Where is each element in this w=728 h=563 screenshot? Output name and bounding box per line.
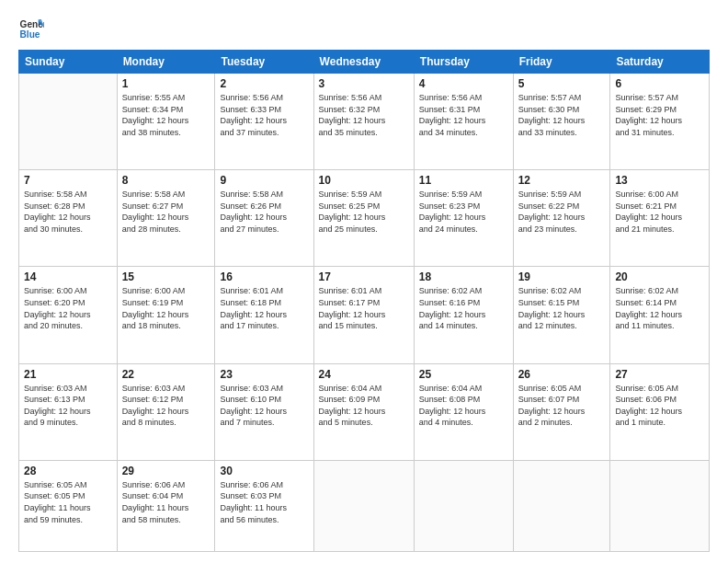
day-cell: 13Sunrise: 6:00 AM Sunset: 6:21 PM Dayli…: [610, 170, 710, 267]
day-info: Sunrise: 6:03 AM Sunset: 6:10 PM Dayligh…: [220, 383, 308, 429]
day-info: Sunrise: 5:56 AM Sunset: 6:32 PM Dayligh…: [319, 92, 409, 138]
day-info: Sunrise: 5:59 AM Sunset: 6:25 PM Dayligh…: [319, 189, 409, 235]
day-info: Sunrise: 6:05 AM Sunset: 6:05 PM Dayligh…: [24, 479, 112, 525]
day-number: 27: [615, 368, 704, 381]
day-info: Sunrise: 5:58 AM Sunset: 6:26 PM Dayligh…: [220, 189, 308, 235]
day-number: 5: [518, 77, 606, 90]
day-cell: 22Sunrise: 6:03 AM Sunset: 6:12 PM Dayli…: [117, 363, 215, 460]
day-info: Sunrise: 5:59 AM Sunset: 6:22 PM Dayligh…: [518, 189, 606, 235]
day-info: Sunrise: 6:04 AM Sunset: 6:08 PM Dayligh…: [419, 383, 508, 429]
day-cell: [513, 460, 610, 551]
day-cell: 3Sunrise: 5:56 AM Sunset: 6:32 PM Daylig…: [313, 74, 414, 170]
day-info: Sunrise: 6:05 AM Sunset: 6:06 PM Dayligh…: [615, 383, 704, 429]
day-number: 19: [518, 270, 606, 283]
day-cell: 30Sunrise: 6:06 AM Sunset: 6:03 PM Dayli…: [215, 460, 313, 551]
day-cell: 6Sunrise: 5:57 AM Sunset: 6:29 PM Daylig…: [610, 74, 710, 170]
day-cell: 21Sunrise: 6:03 AM Sunset: 6:13 PM Dayli…: [19, 363, 118, 460]
day-cell: 5Sunrise: 5:57 AM Sunset: 6:30 PM Daylig…: [513, 74, 610, 170]
day-number: 6: [615, 77, 704, 90]
logo: General Blue: [18, 17, 50, 42]
day-info: Sunrise: 6:02 AM Sunset: 6:16 PM Dayligh…: [419, 285, 508, 331]
day-number: 1: [122, 77, 210, 90]
week-row-3: 21Sunrise: 6:03 AM Sunset: 6:13 PM Dayli…: [19, 363, 710, 460]
day-info: Sunrise: 5:58 AM Sunset: 6:28 PM Dayligh…: [24, 189, 112, 235]
day-cell: 12Sunrise: 5:59 AM Sunset: 6:22 PM Dayli…: [513, 170, 610, 267]
day-info: Sunrise: 6:06 AM Sunset: 6:04 PM Dayligh…: [122, 479, 210, 525]
page: General Blue SundayMondayTuesdayWednesda…: [0, 0, 728, 563]
day-cell: 25Sunrise: 6:04 AM Sunset: 6:08 PM Dayli…: [414, 363, 513, 460]
logo-icon: General Blue: [18, 17, 44, 42]
day-number: 18: [419, 270, 508, 283]
day-number: 16: [220, 270, 308, 283]
day-cell: [313, 460, 414, 551]
header-cell-thursday: Thursday: [414, 51, 513, 74]
day-cell: 15Sunrise: 6:00 AM Sunset: 6:19 PM Dayli…: [117, 267, 215, 363]
day-number: 28: [24, 465, 112, 477]
day-number: 24: [319, 368, 409, 381]
day-cell: 28Sunrise: 6:05 AM Sunset: 6:05 PM Dayli…: [19, 460, 118, 551]
day-number: 14: [24, 270, 112, 283]
day-info: Sunrise: 5:58 AM Sunset: 6:27 PM Dayligh…: [122, 189, 210, 235]
day-cell: 20Sunrise: 6:02 AM Sunset: 6:14 PM Dayli…: [610, 267, 710, 363]
day-cell: 24Sunrise: 6:04 AM Sunset: 6:09 PM Dayli…: [313, 363, 414, 460]
svg-text:Blue: Blue: [20, 29, 40, 40]
header-cell-wednesday: Wednesday: [313, 51, 414, 74]
day-info: Sunrise: 5:56 AM Sunset: 6:33 PM Dayligh…: [220, 92, 308, 138]
day-info: Sunrise: 5:55 AM Sunset: 6:34 PM Dayligh…: [122, 92, 210, 138]
day-cell: 1Sunrise: 5:55 AM Sunset: 6:34 PM Daylig…: [117, 74, 215, 170]
day-cell: 11Sunrise: 5:59 AM Sunset: 6:23 PM Dayli…: [414, 170, 513, 267]
day-info: Sunrise: 6:03 AM Sunset: 6:12 PM Dayligh…: [122, 383, 210, 429]
day-number: 30: [220, 465, 308, 477]
calendar-header: SundayMondayTuesdayWednesdayThursdayFrid…: [19, 51, 710, 74]
day-info: Sunrise: 6:00 AM Sunset: 6:20 PM Dayligh…: [24, 285, 112, 331]
day-info: Sunrise: 6:00 AM Sunset: 6:19 PM Dayligh…: [122, 285, 210, 331]
header-row: SundayMondayTuesdayWednesdayThursdayFrid…: [19, 51, 710, 74]
day-cell: 18Sunrise: 6:02 AM Sunset: 6:16 PM Dayli…: [414, 267, 513, 363]
day-number: 11: [419, 174, 508, 187]
day-info: Sunrise: 6:01 AM Sunset: 6:18 PM Dayligh…: [220, 285, 308, 331]
day-info: Sunrise: 5:57 AM Sunset: 6:30 PM Dayligh…: [518, 92, 606, 138]
day-number: 9: [220, 174, 308, 187]
day-cell: 4Sunrise: 5:56 AM Sunset: 6:31 PM Daylig…: [414, 74, 513, 170]
day-number: 12: [518, 174, 606, 187]
week-row-0: 1Sunrise: 5:55 AM Sunset: 6:34 PM Daylig…: [19, 74, 710, 170]
week-row-2: 14Sunrise: 6:00 AM Sunset: 6:20 PM Dayli…: [19, 267, 710, 363]
day-number: 20: [615, 270, 704, 283]
day-cell: 17Sunrise: 6:01 AM Sunset: 6:17 PM Dayli…: [313, 267, 414, 363]
day-cell: 2Sunrise: 5:56 AM Sunset: 6:33 PM Daylig…: [215, 74, 313, 170]
day-cell: 9Sunrise: 5:58 AM Sunset: 6:26 PM Daylig…: [215, 170, 313, 267]
day-info: Sunrise: 6:05 AM Sunset: 6:07 PM Dayligh…: [518, 383, 606, 429]
day-number: 4: [419, 77, 508, 90]
day-info: Sunrise: 6:00 AM Sunset: 6:21 PM Dayligh…: [615, 189, 704, 235]
day-number: 10: [319, 174, 409, 187]
day-cell: 10Sunrise: 5:59 AM Sunset: 6:25 PM Dayli…: [313, 170, 414, 267]
day-cell: 7Sunrise: 5:58 AM Sunset: 6:28 PM Daylig…: [19, 170, 118, 267]
day-number: 21: [24, 368, 112, 381]
header-cell-friday: Friday: [513, 51, 610, 74]
day-info: Sunrise: 6:01 AM Sunset: 6:17 PM Dayligh…: [319, 285, 409, 331]
day-info: Sunrise: 6:02 AM Sunset: 6:14 PM Dayligh…: [615, 285, 704, 331]
day-number: 15: [122, 270, 210, 283]
day-cell: 8Sunrise: 5:58 AM Sunset: 6:27 PM Daylig…: [117, 170, 215, 267]
day-info: Sunrise: 5:56 AM Sunset: 6:31 PM Dayligh…: [419, 92, 508, 138]
day-cell: 19Sunrise: 6:02 AM Sunset: 6:15 PM Dayli…: [513, 267, 610, 363]
day-cell: 23Sunrise: 6:03 AM Sunset: 6:10 PM Dayli…: [215, 363, 313, 460]
day-info: Sunrise: 6:02 AM Sunset: 6:15 PM Dayligh…: [518, 285, 606, 331]
header: General Blue: [18, 17, 710, 42]
day-cell: 16Sunrise: 6:01 AM Sunset: 6:18 PM Dayli…: [215, 267, 313, 363]
header-cell-saturday: Saturday: [610, 51, 710, 74]
day-info: Sunrise: 5:59 AM Sunset: 6:23 PM Dayligh…: [419, 189, 508, 235]
header-cell-sunday: Sunday: [19, 51, 118, 74]
day-number: 29: [122, 465, 210, 477]
day-number: 8: [122, 174, 210, 187]
week-row-4: 28Sunrise: 6:05 AM Sunset: 6:05 PM Dayli…: [19, 460, 710, 551]
day-number: 3: [319, 77, 409, 90]
day-info: Sunrise: 6:06 AM Sunset: 6:03 PM Dayligh…: [220, 479, 308, 525]
day-number: 25: [419, 368, 508, 381]
day-number: 2: [220, 77, 308, 90]
day-cell: 27Sunrise: 6:05 AM Sunset: 6:06 PM Dayli…: [610, 363, 710, 460]
calendar-table: SundayMondayTuesdayWednesdayThursdayFrid…: [18, 50, 710, 552]
day-number: 7: [24, 174, 112, 187]
day-number: 13: [615, 174, 704, 187]
day-cell: [19, 74, 118, 170]
